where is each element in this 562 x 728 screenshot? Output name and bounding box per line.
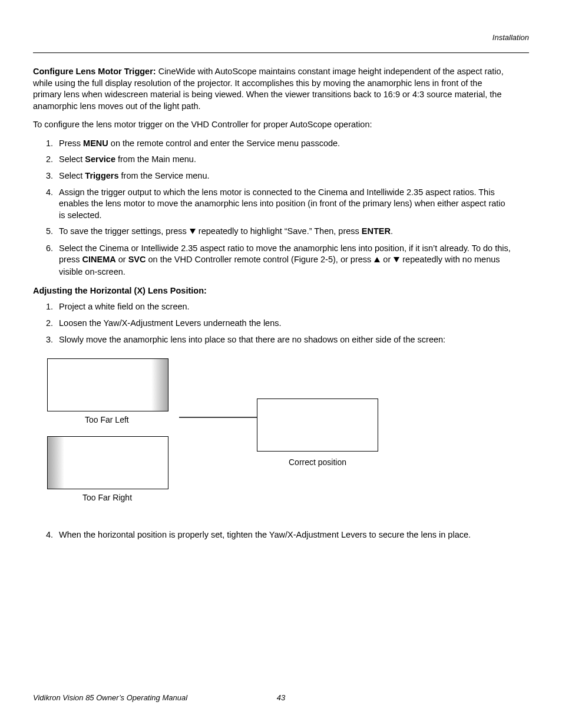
adjust-step-2: Loosen the Yaw/X-Adjustment Levers under… xyxy=(55,318,511,330)
svg-marker-1 xyxy=(374,257,380,262)
screen-too-far-left xyxy=(47,358,168,411)
step-1-c: on the remote control and enter the Serv… xyxy=(108,139,340,148)
step-3-c: from the Service menu. xyxy=(119,171,210,180)
step-2-a: Select xyxy=(59,154,85,164)
step-5-d: . xyxy=(391,226,393,236)
step-2-b: Service xyxy=(85,154,115,164)
shadow-left xyxy=(48,437,64,489)
triangle-up-icon xyxy=(373,255,381,266)
step-5-c: ENTER xyxy=(362,226,391,236)
step-6-d: SVC xyxy=(128,255,146,264)
step-3-b: Triggers xyxy=(85,171,118,180)
section-header: Installation xyxy=(33,33,529,42)
step-1-a: Press xyxy=(59,139,83,148)
step-3: Select Triggers from the Service menu. xyxy=(55,170,511,182)
label-correct: Correct position xyxy=(289,457,346,467)
screen-too-far-right xyxy=(47,436,168,489)
step-6-b: CINEMA xyxy=(82,255,116,264)
svg-marker-0 xyxy=(190,229,196,234)
content-column: Configure Lens Motor Trigger: CineWide w… xyxy=(33,66,511,541)
step-4: Assign the trigger output to which the l… xyxy=(55,187,511,222)
lens-position-diagram: Too Far Left Too Far Right Correct posit… xyxy=(47,358,525,523)
step-5: To save the trigger settings, press repe… xyxy=(55,226,511,238)
label-too-far-left: Too Far Left xyxy=(85,415,129,424)
footer-title: Vidikron Vision 85 Owner’s Operating Man… xyxy=(33,693,187,702)
page: Installation Configure Lens Motor Trigge… xyxy=(0,0,562,728)
step-2-c: from the Main menu. xyxy=(115,154,196,164)
shadow-right xyxy=(151,359,168,411)
step-5-b: repeatedly to highlight “Save.” Then, pr… xyxy=(196,226,362,236)
step-6: Select the Cinema or Intelliwide 2.35 as… xyxy=(55,243,511,278)
step-6-c: or xyxy=(116,255,128,264)
intro-para2: To configure the lens motor trigger on t… xyxy=(33,119,511,131)
intro-paragraph: Configure Lens Motor Trigger: CineWide w… xyxy=(33,66,511,112)
adjust-steps-list-cont: When the horizontal position is properly… xyxy=(33,529,511,541)
subheading-adjust-x: Adjusting the Horizontal (X) Lens Positi… xyxy=(33,286,511,295)
step-2: Select Service from the Main menu. xyxy=(55,154,511,166)
adjust-steps-list: Project a white field on the screen. Loo… xyxy=(33,301,511,345)
label-too-far-right: Too Far Right xyxy=(82,493,132,502)
adjust-step-3: Slowly move the anamorphic lens into pla… xyxy=(55,334,511,346)
step-5-a: To save the trigger settings, press xyxy=(59,226,189,236)
triangle-down-icon xyxy=(189,226,196,238)
step-1-b: MENU xyxy=(83,139,108,148)
step-6-e: on the VHD Controller remote control (Fi… xyxy=(146,255,373,264)
screen-correct xyxy=(257,398,378,452)
svg-marker-2 xyxy=(394,257,399,262)
triangle-down-icon xyxy=(393,255,400,266)
adjust-step-4: When the horizontal position is properly… xyxy=(55,529,511,541)
page-footer: Vidikron Vision 85 Owner’s Operating Man… xyxy=(33,693,529,702)
config-steps-list: Press MENU on the remote control and ent… xyxy=(33,138,511,278)
intro-lead-bold: Configure Lens Motor Trigger: xyxy=(33,67,158,76)
step-6-f: or xyxy=(381,255,393,264)
header-rule xyxy=(33,52,529,53)
page-number: 43 xyxy=(277,693,285,702)
adjust-step-1: Project a white field on the screen. xyxy=(55,301,511,313)
step-1: Press MENU on the remote control and ent… xyxy=(55,138,511,150)
step-3-a: Select xyxy=(59,171,85,180)
